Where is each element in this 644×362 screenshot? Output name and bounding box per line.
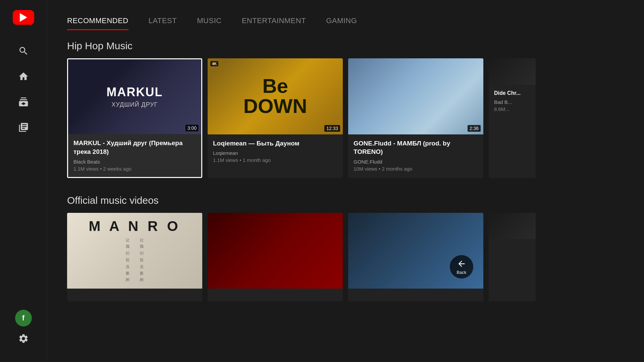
card-info-car [348,289,483,299]
library-nav-item[interactable] [0,115,47,140]
video-card-markul[interactable]: MARKUL ХУДШИЙ ДРУГ 3:00 MARKUL - Худший … [67,58,202,178]
main-content: RECOMMENDED LATEST MUSIC ENTERTAINMENT G… [47,0,644,362]
user-avatar[interactable]: f [15,310,32,326]
card-title-gone-fludd: GONE.Fludd - МАМБЛ (prod. by TORENO) [354,139,478,156]
card-channel-markul: Black Beats [73,159,196,165]
thumbnail-manro: M A N R O 让 让我 我们 们抗 抗点 点新 新的 的 [67,213,202,289]
official-mv-section: Official music videos M A N R O 让 让我 我们 … [67,195,624,302]
nav-latest[interactable]: LATEST [149,16,177,30]
video-card-manro[interactable]: M A N R O 让 让我 我们 们抗 抗点 点新 新的 的 [67,213,202,302]
card-title-markul: MARKUL - Худший друг (Премьера трека 201… [73,139,196,156]
home-nav-item[interactable] [0,64,47,89]
card-meta-partial-4: 8.6M... [494,106,530,112]
hip-hop-title: Hip Hop Music [67,40,624,52]
card-info-markul: MARKUL - Худший друг (Премьера трека 201… [68,134,201,177]
official-mv-video-row: M A N R O 让 让我 我们 们抗 抗点 点新 新的 的 [67,213,624,302]
thumbnail-gone-fludd: 2:36 [348,58,483,134]
search-nav-item[interactable] [0,38,47,64]
card-channel-loqiemean: Loqiemean [213,150,337,156]
card-channel-gone-fludd: GONE.Fludd [354,159,478,165]
thumbnail-red [208,213,343,289]
video-card-gone-fludd[interactable]: 2:36 GONE.Fludd - МАМБЛ (prod. by TORENO… [348,58,483,178]
card-meta-gone-fludd: 10M views • 2 months ago [354,166,478,172]
card-info-manro [67,289,202,301]
back-button[interactable]: Back [450,255,473,279]
video-card-partial-omv [489,213,536,302]
hip-hop-section: Hip Hop Music MARKUL ХУДШИЙ ДРУГ 3:00 [67,40,624,178]
subscriptions-nav-item[interactable] [0,89,47,115]
youtube-logo[interactable] [13,10,34,25]
video-card-loqiemean[interactable]: BeDOWN 4K 12:33 Loqiemean — Быть Дауном … [208,58,343,178]
card-meta-loqiemean: 1.1M views • 1 month ago [213,157,337,163]
thumbnail-partial-4 [489,58,536,85]
thumbnail-loqiemean: BeDOWN 4K 12:33 [208,58,343,134]
top-navigation: RECOMMENDED LATEST MUSIC ENTERTAINMENT G… [47,0,644,30]
card-meta-markul: 1.1M views • 2 weeks ago [73,166,196,172]
card-title-loqiemean: Loqiemean — Быть Дауном [213,139,337,148]
duration-loqiemean: 12:33 [324,125,340,132]
sidebar: f [0,0,47,362]
video-card-partial-4: Dide Chr... Bad B... 8.6M... [489,58,536,178]
video-card-car[interactable]: Back [348,213,483,302]
thumbnail-partial-omv [489,213,536,239]
duration-markul: 3:00 [185,125,199,131]
nav-music[interactable]: MUSIC [197,16,221,30]
thumbnail-markul: MARKUL ХУДШИЙ ДРУГ 3:00 [68,59,201,134]
card-info-red [208,289,343,299]
nav-gaming[interactable]: GAMING [326,16,357,30]
duration-gone-fludd: 2:36 [468,125,481,132]
badge-4k-loqiemean: 4K [210,61,218,66]
card-title-partial-4: Dide Chr... [494,89,530,97]
nav-recommended[interactable]: RECOMMENDED [67,16,128,30]
card-info-gone-fludd: GONE.Fludd - МАМБЛ (prod. by TORENO) GON… [348,134,483,177]
hip-hop-video-row: MARKUL ХУДШИЙ ДРУГ 3:00 MARKUL - Худший … [67,58,624,178]
video-card-red[interactable] [208,213,343,302]
card-info-partial-4: Dide Chr... Bad B... 8.6M... [489,85,536,118]
settings-nav-item[interactable] [18,333,29,345]
official-mv-title: Official music videos [67,195,624,206]
card-info-loqiemean: Loqiemean — Быть Дауном Loqiemean 1.1M v… [208,134,343,169]
back-label: Back [457,270,467,275]
thumbnail-car: Back [348,213,483,289]
card-channel-partial-4: Bad B... [494,99,530,105]
content-scroll-area: Hip Hop Music MARKUL ХУДШИЙ ДРУГ 3:00 [47,30,644,362]
nav-entertainment[interactable]: ENTERTAINMENT [242,16,306,30]
